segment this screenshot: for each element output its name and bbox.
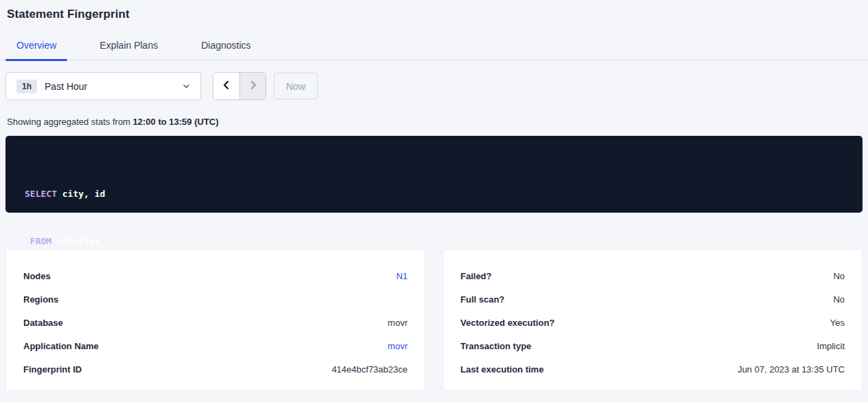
stats-range: 12:00 to 13:59 (UTC) [133,117,219,127]
last-execution-time-value: Jun 07, 2023 at 13:35 UTC [738,364,845,375]
row-label-database: Database [23,318,63,328]
statement-details-card: Nodes N1 Regions Database movr Applicati… [5,249,425,391]
tab-explain-plans[interactable]: Explain Plans [89,40,169,60]
table-row: Failed? No [460,264,845,287]
row-label-fingerprint-id: Fingerprint ID [23,364,82,375]
time-step-buttons [213,72,266,100]
table-row: Database movr [23,311,408,334]
time-range-badge: 1h [16,80,37,93]
time-controls: 1h Past Hour Now [5,72,863,100]
summary-cards: Nodes N1 Regions Database movr Applicati… [5,249,863,391]
table-row: Last execution time Jun 07, 2023 at 13:3… [460,357,845,381]
table-row: Application Name movr [23,334,408,357]
statement-fingerprint-page: Statement Fingerprint Overview Explain P… [0,0,868,402]
sql-line: SELECT city, id [25,186,849,202]
time-range-label: Past Hour [45,81,87,92]
sql-keyword: FROM [30,236,51,246]
tab-overview[interactable]: Overview [5,40,67,60]
table-row: Vectorized execution? Yes [460,311,845,334]
table-row: Fingerprint ID 414e4bcf73ab23ce [23,357,408,381]
table-row: Regions [23,287,408,311]
table-row: Nodes N1 [23,264,408,287]
sql-line: FROM vehicles [25,233,849,249]
vectorized-execution-value: Yes [830,318,845,328]
next-time-button[interactable] [239,73,266,99]
row-label-nodes: Nodes [23,271,51,281]
row-label-application-name: Application Name [23,341,99,351]
fingerprint-id-value: 414e4bcf73ab23ce [331,364,408,375]
table-row: Full scan? No [460,287,845,311]
tab-diagnostics[interactable]: Diagnostics [190,40,261,60]
stats-prefix: Showing aggregated stats from [7,117,133,127]
chevron-left-icon [221,80,232,93]
row-label-full-scan: Full scan? [460,294,504,305]
sql-keyword: SELECT [25,189,57,199]
time-range-dropdown[interactable]: 1h Past Hour [5,72,201,100]
nodes-link[interactable]: N1 [396,271,408,281]
row-label-transaction-type: Transaction type [460,341,531,351]
application-name-link[interactable]: movr [388,341,408,351]
execution-attributes-card: Failed? No Full scan? No Vectorized exec… [443,249,863,391]
full-scan-value: No [833,294,845,305]
transaction-type-value: Implicit [817,341,845,351]
row-label-last-execution-time: Last execution time [460,364,543,375]
chevron-right-icon [248,80,259,93]
sql-statement-box: SELECT city, id FROM vehicles WHERE city… [5,136,863,213]
row-label-failed: Failed? [460,271,492,281]
tab-bar: Overview Explain Plans Diagnostics [0,34,868,60]
chevron-down-icon [182,82,191,91]
aggregated-stats-line: Showing aggregated stats from 12:00 to 1… [7,117,863,127]
database-value: movr [388,318,408,328]
row-label-vectorized-execution: Vectorized execution? [460,318,554,328]
table-row: Transaction type Implicit [460,334,845,357]
previous-time-button[interactable] [213,73,239,99]
sql-indent [25,236,30,246]
now-button[interactable]: Now [274,73,318,99]
page-title: Statement Fingerprint [7,8,861,21]
sql-text: city, id [57,189,105,199]
row-label-regions: Regions [23,294,58,305]
sql-text: vehicles [51,236,99,246]
page-header: Statement Fingerprint [0,0,868,21]
failed-value: No [833,271,845,281]
